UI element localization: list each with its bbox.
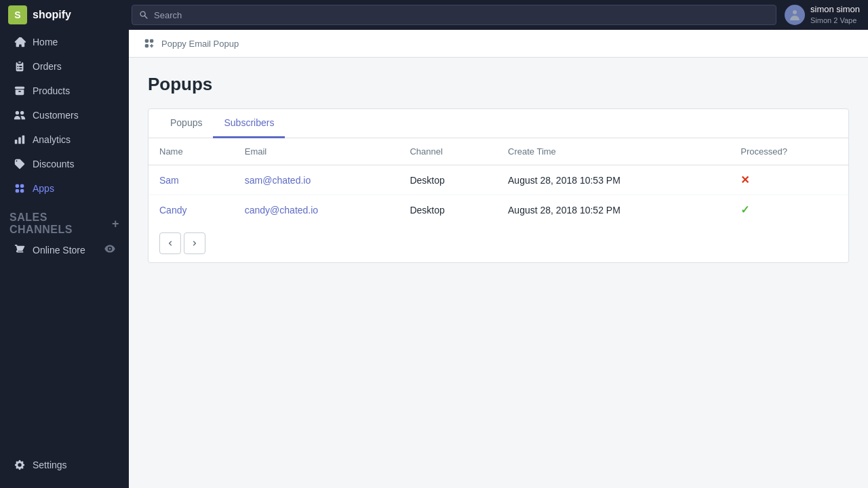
pagination (149, 224, 848, 262)
sidebar-label-apps: Apps (33, 183, 54, 194)
tabs: Popups Subscribers (149, 109, 848, 138)
home-icon (14, 36, 26, 48)
eye-icon[interactable] (104, 243, 115, 256)
breadcrumb-icon (142, 37, 156, 50)
col-header-channel: Channel (399, 138, 497, 165)
analytics-icon (14, 134, 26, 146)
sidebar-item-orders[interactable]: Orders (4, 55, 125, 78)
table-row: Sam sam@chated.io Desktop August 28, 201… (149, 165, 848, 195)
sidebar-label-orders: Orders (33, 61, 62, 72)
sidebar-item-products[interactable]: Products (4, 79, 125, 102)
apps-icon (14, 182, 26, 195)
subscribers-table: Name Email Channel Create Time Processed… (149, 138, 848, 224)
user-name: simon simon (810, 4, 860, 16)
breadcrumb-app-name: Poppy Email Popup (161, 39, 239, 49)
sales-channels-label: SALES CHANNELS (9, 211, 112, 236)
subscriber-channel: Desktop (399, 165, 497, 195)
next-page-button[interactable] (184, 232, 205, 254)
topbar: S shopify simon simon Simon 2 Vape (0, 0, 868, 30)
sidebar: Home Orders Products Customers Analytics (0, 30, 129, 488)
content-card: Popups Subscribers Name Email Channel Cr… (148, 108, 849, 263)
prev-page-button[interactable] (159, 232, 181, 254)
subscriber-email-link[interactable]: candy@chated.io (245, 205, 318, 216)
subscriber-name-link[interactable]: Sam (159, 175, 179, 186)
page-title: Popups (148, 74, 849, 95)
sidebar-item-settings[interactable]: Settings (4, 453, 125, 476)
col-header-name: Name (149, 138, 234, 165)
user-store: Simon 2 Vape (810, 16, 860, 25)
topbar-logo: S shopify (8, 5, 123, 24)
online-store-icon (14, 244, 26, 256)
search-input[interactable] (154, 10, 769, 20)
col-header-email: Email (234, 138, 399, 165)
sidebar-item-home[interactable]: Home (4, 30, 125, 54)
tab-popups[interactable]: Popups (159, 109, 213, 138)
sidebar-item-online-store[interactable]: Online Store (4, 239, 125, 260)
table-row: Candy candy@chated.io Desktop August 28,… (149, 195, 848, 225)
subscriber-channel: Desktop (399, 195, 497, 225)
online-store-label: Online Store (33, 245, 85, 256)
sidebar-label-analytics: Analytics (33, 134, 71, 145)
sidebar-label-products: Products (33, 85, 70, 96)
user-info: simon simon Simon 2 Vape (810, 4, 860, 25)
tab-subscribers[interactable]: Subscribers (213, 109, 285, 138)
sidebar-item-customers[interactable]: Customers (4, 104, 125, 127)
search-icon (139, 10, 149, 20)
subscriber-processed: ✕ (730, 165, 848, 195)
subscriber-create-time: August 28, 2018 10:53 PM (497, 165, 730, 195)
user-menu[interactable]: simon simon Simon 2 Vape (785, 4, 860, 25)
sidebar-label-home: Home (33, 37, 58, 47)
main-content: Poppy Email Popup Popups Popups Subscrib… (129, 30, 868, 488)
shopify-logo-text: shopify (33, 9, 71, 21)
shopify-logo-icon: S (8, 5, 27, 24)
x-icon: ✕ (741, 174, 749, 186)
settings-icon (14, 459, 26, 471)
settings-label: Settings (33, 460, 67, 470)
subscriber-processed: ✓ (730, 195, 848, 225)
sidebar-item-discounts[interactable]: Discounts (4, 152, 125, 176)
orders-icon (14, 60, 26, 73)
search-bar[interactable] (132, 5, 776, 25)
customers-icon (14, 109, 26, 121)
add-sales-channel-icon[interactable]: + (112, 217, 119, 231)
sidebar-item-apps[interactable]: Apps (4, 177, 125, 200)
col-header-processed: Processed? (730, 138, 848, 165)
col-header-create-time: Create Time (497, 138, 730, 165)
sidebar-item-analytics[interactable]: Analytics (4, 128, 125, 151)
discounts-icon (14, 158, 26, 170)
subscriber-email-link[interactable]: sam@chated.io (245, 175, 311, 186)
sidebar-label-customers: Customers (33, 110, 79, 121)
check-icon: ✓ (741, 204, 749, 216)
sales-channels-section: SALES CHANNELS + (0, 201, 129, 239)
subscriber-name-link[interactable]: Candy (159, 205, 186, 216)
products-icon (14, 85, 26, 97)
subscriber-create-time: August 28, 2018 10:52 PM (497, 195, 730, 225)
sidebar-label-discounts: Discounts (33, 159, 74, 169)
avatar (785, 5, 805, 25)
breadcrumb: Poppy Email Popup (129, 30, 868, 58)
